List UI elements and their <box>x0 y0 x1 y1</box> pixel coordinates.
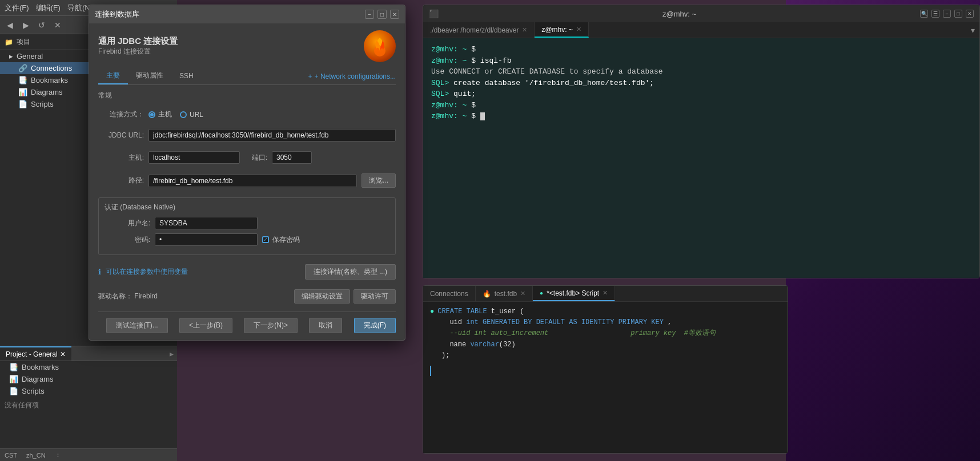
code-line-1: ● CREATE TABLE t_user ( <box>430 306 781 317</box>
tab-home-close[interactable]: ✕ <box>576 26 581 33</box>
radio-group: 主机 URL <box>148 110 203 119</box>
code-line-2: uid int GENERATED BY DEFAULT AS IDENTITY… <box>430 317 781 328</box>
status-locale: zh_CN <box>26 452 46 459</box>
variables-link[interactable]: 可以在连接参数中使用变量 <box>106 267 188 277</box>
terminal-menu-btn[interactable]: ☰ <box>931 10 939 18</box>
browse-btn[interactable]: 浏览... <box>362 173 396 188</box>
bottom-diagrams[interactable]: 📊 Diagrams <box>0 373 177 385</box>
term-line-6: z@mhv: ~ $ <box>431 100 971 111</box>
edit-driver-btn[interactable]: 编辑驱动设置 <box>294 289 350 304</box>
bottom-diagrams-icon: 📊 <box>9 375 18 383</box>
terminal-tabs: ./dbeaver /home/z/dl/dbeaver ✕ z@mhv: ~ … <box>423 22 979 38</box>
host-input[interactable] <box>148 151 240 164</box>
next-btn[interactable]: 下一步(N)> <box>244 318 298 333</box>
empty-text: 没有任何项 <box>5 401 39 409</box>
bottom-diagrams-label: Diagrams <box>22 375 54 383</box>
dialog-minimize-btn[interactable]: − <box>365 10 374 19</box>
editor-tabs: Connections 🔥 test.fdb ✕ ● *<test.fdb> S… <box>423 286 788 302</box>
cancel-btn[interactable]: 取消 <box>309 318 342 333</box>
connection-mode-row: 连接方式： 主机 URL <box>98 110 396 119</box>
terminal-tabs-toggle[interactable]: ▾ <box>966 26 979 35</box>
radio-url[interactable]: URL <box>180 111 203 119</box>
network-plus-icon: + <box>308 72 312 80</box>
network-config-btn[interactable]: + + Network configurations... <box>308 72 396 80</box>
tab-ssh[interactable]: SSH <box>171 69 202 84</box>
connection-mode-label: 连接方式： <box>98 110 144 119</box>
terminal-title: z@mhv: ~ <box>443 10 915 18</box>
dialog-close-btn[interactable]: ✕ <box>390 10 399 19</box>
editor-cursor-line <box>430 366 781 376</box>
bottom-bookmarks[interactable]: 📑 Bookmarks <box>0 361 177 373</box>
editor-body[interactable]: ● CREATE TABLE t_user ( uid int GENERATE… <box>423 302 788 453</box>
tab-dbeaver[interactable]: ./dbeaver /home/z/dl/dbeaver ✕ <box>423 22 535 38</box>
tab-script[interactable]: ● *<test.fdb> Script ✕ <box>533 286 615 301</box>
test-connect-btn[interactable]: 测试连接(T)... <box>106 318 167 333</box>
driver-row: 驱动名称： Firebird 编辑驱动设置 驱动许可 <box>98 289 396 304</box>
dialog-maximize-btn[interactable]: □ <box>377 10 387 19</box>
firebird-logo <box>364 30 396 62</box>
tab-home[interactable]: z@mhv: ~ ✕ <box>535 22 589 38</box>
terminal-winbtns: 🔍 ☰ − □ ✕ <box>920 10 974 18</box>
password-input[interactable] <box>155 233 258 246</box>
password-label: 密码: <box>105 235 150 245</box>
tab-test-fdb[interactable]: 🔥 test.fdb ✕ <box>476 286 533 301</box>
code-line-4: name varchar (32) <box>430 339 781 350</box>
port-input[interactable] <box>272 151 312 164</box>
jdbc-url-input[interactable] <box>148 129 396 141</box>
menu-edit[interactable]: 编辑(E) <box>36 3 61 13</box>
prev-btn[interactable]: <上一步(B) <box>179 318 232 333</box>
terminal-close-btn[interactable]: ✕ <box>966 10 974 18</box>
tab-connections[interactable]: Connections <box>423 286 476 301</box>
tab-script-close[interactable]: ✕ <box>603 289 608 297</box>
menu-file[interactable]: 文件(F) <box>5 3 29 13</box>
status-sep: ： <box>55 451 61 459</box>
tab-project-general[interactable]: Project - General ✕ <box>0 346 71 361</box>
nav-forward-btn[interactable]: ▶ <box>19 19 32 31</box>
variables-row: ℹ 可以在连接参数中使用变量 连接详情(名称、类型 ...) <box>98 264 396 280</box>
dialog-titlebar: 连接到数据库 − □ ✕ <box>89 5 405 23</box>
password-row: 密码: 保存密码 <box>105 233 389 246</box>
terminal-search-btn[interactable]: 🔍 <box>920 10 928 18</box>
save-password-check[interactable]: 保存密码 <box>262 235 300 245</box>
terminal-minimize-btn[interactable]: − <box>943 10 951 18</box>
finish-btn[interactable]: 完成(F) <box>354 318 396 333</box>
bottom-scripts[interactable]: 📄 Scripts <box>0 385 177 397</box>
project-general-close[interactable]: ✕ <box>60 350 66 358</box>
tab-script-label: *<test.fdb> Script <box>547 289 599 297</box>
section-general-label: 常规 <box>98 91 396 100</box>
username-input[interactable] <box>155 217 258 229</box>
bottom-scripts-icon: 📄 <box>9 387 18 395</box>
jdbc-url-label: JDBC URL: <box>98 131 144 139</box>
tab-test-close[interactable]: ✕ <box>520 290 525 297</box>
nav-back-btn[interactable]: ◀ <box>3 19 16 31</box>
project-label: 项目 <box>17 37 30 47</box>
close-btn[interactable]: ✕ <box>51 19 64 31</box>
tab-dbeaver-close[interactable]: ✕ <box>522 26 527 34</box>
dialog-heading-sub: Firebird 连接设置 <box>98 47 357 56</box>
code-line-3: --uid int auto_increment primary key #等效… <box>430 328 781 339</box>
dialog-winbtns: − □ ✕ <box>365 10 399 19</box>
term-line-2: z@mhv: ~ $ isql-fb <box>431 55 971 67</box>
path-input[interactable] <box>148 175 357 187</box>
terminal-maximize-btn[interactable]: □ <box>954 10 962 18</box>
radio-url-label: URL <box>190 111 203 119</box>
radio-host[interactable]: 主机 <box>148 110 172 119</box>
tab-driver-props[interactable]: 驱动属性 <box>128 68 171 84</box>
firebird-svg <box>368 35 391 58</box>
details-btn[interactable]: 连接详情(名称、类型 ...) <box>305 264 396 280</box>
bottom-panel-toggle[interactable]: ▸ <box>170 349 177 358</box>
tab-test-label: test.fdb <box>495 290 517 298</box>
dialog-heading-title: 通用 JDBC 连接设置 <box>98 36 357 47</box>
connections-label: Connections <box>31 64 72 72</box>
terminal-body[interactable]: z@mhv: ~ $ z@mhv: ~ $ isql-fb Use CONNEC… <box>423 38 979 278</box>
code-dot-1: ● <box>430 306 434 317</box>
driver-btns: 编辑驱动设置 驱动许可 <box>294 289 396 304</box>
diagrams-label: Diagrams <box>31 88 63 96</box>
tab-main[interactable]: 主要 <box>98 68 128 84</box>
port-label: 端口: <box>244 153 267 163</box>
general-label: General <box>17 52 43 60</box>
driver-license-btn[interactable]: 驱动许可 <box>354 289 396 304</box>
refresh-btn[interactable]: ↺ <box>35 19 48 31</box>
project-general-label: Project - General <box>6 350 58 358</box>
auth-section: 认证 (Database Native) 用户名: 密码: 保存密码 <box>98 197 396 255</box>
